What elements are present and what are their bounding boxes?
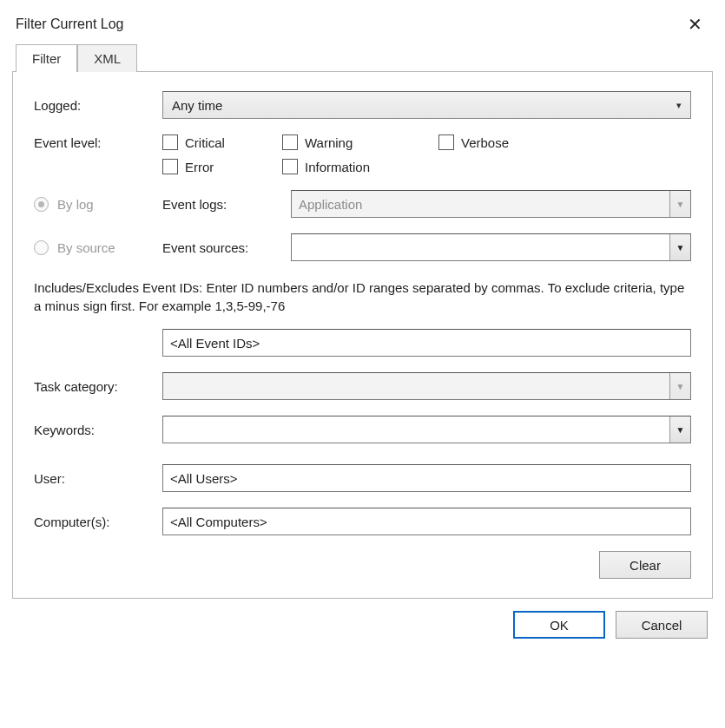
clear-button[interactable]: Clear: [599, 551, 691, 579]
by-log-label: By log: [57, 197, 94, 212]
logged-combo[interactable]: Any time ▾: [162, 91, 691, 119]
information-checkbox[interactable]: [282, 159, 298, 174]
tabstrip: Filter XML: [16, 43, 713, 71]
information-label: Information: [305, 160, 370, 174]
by-source-label: By source: [57, 240, 115, 255]
task-category-dropdown: ▼: [162, 372, 691, 400]
event-level-label: Event level:: [34, 135, 162, 150]
critical-checkbox[interactable]: [162, 134, 178, 150]
by-log-radio: By log: [34, 197, 162, 212]
event-logs-value: Application: [292, 197, 669, 212]
event-ids-input[interactable]: <All Event IDs>: [162, 329, 691, 357]
chevron-down-icon: ▾: [676, 100, 682, 111]
by-source-radio: By source: [34, 240, 162, 255]
dialog-title: Filter Current Log: [16, 16, 124, 32]
chevron-down-icon: ▼: [669, 191, 690, 217]
event-logs-dropdown: Application ▼: [291, 190, 691, 218]
critical-label: Critical: [185, 135, 225, 150]
computers-input[interactable]: <All Computers>: [162, 508, 691, 535]
ok-button[interactable]: OK: [513, 611, 605, 639]
radio-icon: [34, 197, 49, 212]
user-label: User:: [34, 471, 162, 486]
tab-panel-filter: Logged: Any time ▾ Event level: Critical…: [12, 71, 713, 599]
warning-label: Warning: [305, 135, 353, 150]
error-checkbox[interactable]: [162, 159, 178, 174]
user-input[interactable]: <All Users>: [162, 464, 691, 492]
computers-label: Computer(s):: [34, 515, 162, 529]
tab-xml[interactable]: XML: [77, 44, 137, 72]
logged-value: Any time: [172, 98, 222, 113]
keywords-dropdown[interactable]: ▼: [162, 416, 691, 443]
event-logs-label: Event logs:: [162, 197, 291, 212]
error-label: Error: [185, 160, 214, 174]
event-ids-help: Includes/Excludes Event IDs: Enter ID nu…: [34, 279, 691, 315]
verbose-label: Verbose: [461, 135, 509, 150]
verbose-checkbox[interactable]: [438, 134, 454, 150]
radio-icon: [34, 240, 49, 255]
task-category-label: Task category:: [34, 379, 162, 394]
keywords-label: Keywords:: [34, 423, 162, 437]
chevron-down-icon: ▼: [669, 234, 690, 260]
warning-checkbox[interactable]: [282, 134, 298, 150]
event-sources-label: Event sources:: [162, 240, 291, 255]
logged-label: Logged:: [34, 98, 162, 113]
chevron-down-icon: ▼: [669, 373, 690, 399]
chevron-down-icon: ▼: [669, 416, 690, 443]
cancel-button[interactable]: Cancel: [616, 611, 708, 639]
event-sources-dropdown[interactable]: ▼: [291, 233, 691, 261]
close-icon[interactable]: ✕: [681, 14, 709, 35]
tab-filter[interactable]: Filter: [16, 44, 77, 72]
